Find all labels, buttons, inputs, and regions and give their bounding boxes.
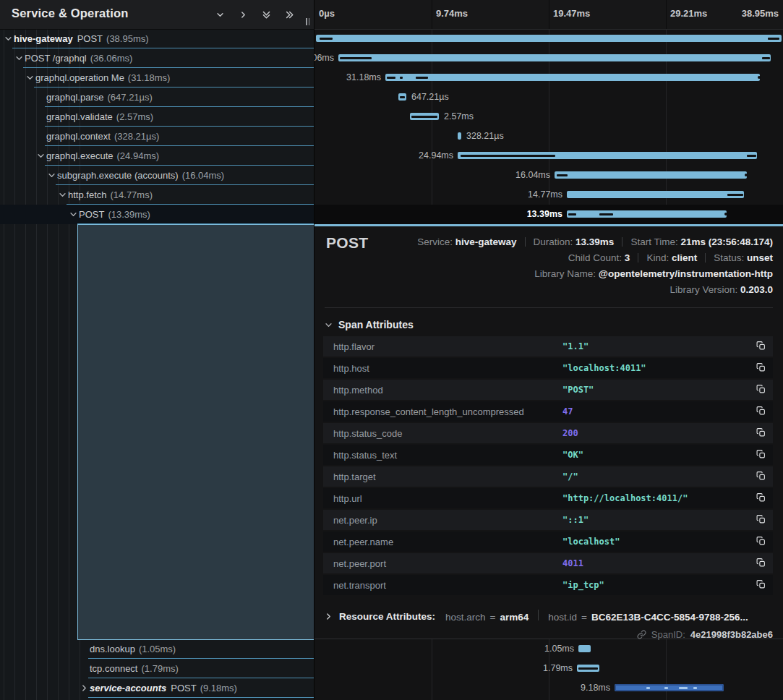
span-tree-panel: hive-gateway POST (38.95ms) POST /graphq… xyxy=(0,0,314,700)
copy-icon[interactable] xyxy=(756,384,766,394)
attribute-value: "1.1" xyxy=(562,341,589,351)
span-tree-row[interactable]: tcp.connect (1.79ms) xyxy=(0,659,314,678)
timeline-row[interactable]: 1.05ms xyxy=(315,639,783,659)
span-bar[interactable] xyxy=(567,191,744,198)
copy-icon[interactable] xyxy=(756,492,766,503)
timeline-row[interactable]: 13.39ms xyxy=(315,205,783,224)
row-separator xyxy=(88,697,314,698)
span-bar[interactable] xyxy=(338,54,771,61)
span-bar[interactable] xyxy=(458,152,757,159)
chevron-down-icon[interactable] xyxy=(4,35,12,43)
span-tree-row[interactable]: hive-gateway POST (38.95ms) xyxy=(0,29,314,48)
resource-attributes-row[interactable]: Resource Attributes: host.arch=arm64host… xyxy=(325,607,773,625)
overview-label: Service: xyxy=(417,236,453,247)
chevron-down-icon[interactable] xyxy=(59,191,67,199)
span-tree-row[interactable]: service-accounts POST (9.18ms) xyxy=(0,678,314,698)
copy-icon[interactable] xyxy=(756,471,766,481)
resource-value: BC62E13B-C4CC-5854-9788-256... xyxy=(591,612,748,623)
chevron-right-icon[interactable] xyxy=(80,684,88,692)
attribute-value: 4011 xyxy=(562,558,583,568)
copy-icon[interactable] xyxy=(756,362,766,372)
bar-duration-label: 2.57ms xyxy=(444,111,474,121)
timeline-row[interactable]: 31.18ms xyxy=(315,68,783,88)
timeline-row[interactable]: 16.04ms xyxy=(315,166,783,185)
span-bar[interactable] xyxy=(577,665,599,672)
copy-icon[interactable] xyxy=(756,427,766,438)
span-tree-row[interactable]: subgraph.execute (accounts) (16.04ms) xyxy=(0,166,314,185)
chevron-down-icon[interactable] xyxy=(48,171,56,179)
span-bar-alt-service[interactable] xyxy=(615,684,724,691)
span-tree-row[interactable]: graphql.execute (24.94ms) xyxy=(0,146,314,166)
overview-label: Start Time: xyxy=(630,236,677,247)
span-tree-row[interactable]: dns.lookup (1.05ms) xyxy=(0,639,314,659)
timeline-row[interactable]: 14.77ms xyxy=(315,185,783,205)
timeline-row[interactable] xyxy=(315,29,783,48)
attribute-value: "OK" xyxy=(562,450,583,460)
attribute-value: "localhost:4011" xyxy=(562,363,646,373)
copy-icon[interactable] xyxy=(756,406,766,416)
overview-value: 21ms (23:56:48.174) xyxy=(680,236,773,247)
chevron-right-icon[interactable] xyxy=(237,9,249,20)
chevron-down-icon[interactable] xyxy=(37,152,45,160)
span-bar[interactable] xyxy=(398,93,406,101)
overview-line: Child Count: 3Kind: clientStatus: unset xyxy=(417,250,773,266)
ruler-tick-label: 0µs xyxy=(319,8,335,19)
chevron-down-icon[interactable] xyxy=(15,54,23,62)
span-bar[interactable] xyxy=(410,113,439,120)
copy-icon[interactable] xyxy=(756,514,766,524)
duration-label: (36.06ms) xyxy=(90,53,133,64)
span-bar[interactable] xyxy=(385,74,760,81)
attribute-key: http.status_text xyxy=(333,450,397,461)
span-tree-row[interactable]: POST /graphql (36.06ms) xyxy=(0,48,314,68)
span-tree-row[interactable]: graphql.context (328.21µs) xyxy=(0,127,314,146)
ruler-tick-label: 9.74ms xyxy=(436,8,468,19)
bar-end-dot xyxy=(724,213,727,215)
copy-icon[interactable] xyxy=(756,449,766,459)
span-bar[interactable] xyxy=(316,35,782,42)
span-tree-row[interactable]: http.fetch (14.77ms) xyxy=(0,185,314,205)
timeline-row[interactable]: 36.06ms xyxy=(315,48,783,68)
span-tree-row[interactable]: POST (13.39ms) xyxy=(0,205,314,224)
operation-name: POST xyxy=(171,683,196,693)
timeline-row[interactable]: 24.94ms xyxy=(315,146,783,166)
attribute-value: "http://localhost:4011/" xyxy=(562,493,688,503)
attribute-key: http.flavor xyxy=(333,341,375,352)
copy-icon[interactable] xyxy=(756,341,766,351)
bar-duration-label: 24.94ms xyxy=(419,150,453,161)
copy-icon[interactable] xyxy=(756,558,766,568)
panel-resize-grip[interactable] xyxy=(306,18,309,25)
timeline-row[interactable]: 328.21µs xyxy=(315,127,783,146)
child-span-tick xyxy=(646,687,650,689)
attribute-key: http.method xyxy=(333,385,383,396)
operation-name: graphql.validate xyxy=(46,111,113,122)
span-tree-row[interactable]: graphql.operation Me (31.18ms) xyxy=(0,68,314,88)
overview-value: hive-gateway xyxy=(455,236,517,247)
link-icon[interactable] xyxy=(637,630,646,639)
span-tree-row[interactable]: graphql.parse (647.21µs) xyxy=(0,88,314,107)
timeline-row[interactable]: 647.21µs xyxy=(315,88,783,107)
overview-value: 0.203.0 xyxy=(740,284,773,295)
copy-icon[interactable] xyxy=(756,579,766,589)
timeline-row[interactable]: 9.18ms xyxy=(315,678,783,698)
bar-duration-label: 647.21µs xyxy=(411,92,449,102)
span-tree-row[interactable]: graphql.validate (2.57ms) xyxy=(0,107,314,127)
timeline-row[interactable]: 2.57ms xyxy=(315,107,783,127)
span-bar[interactable] xyxy=(567,210,727,218)
double-chevron-right-icon[interactable] xyxy=(283,9,295,20)
duration-label: (16.04ms) xyxy=(182,170,225,181)
ruler-tick-label: 29.21ms xyxy=(670,8,707,19)
timeline-row[interactable]: 1.79ms xyxy=(315,659,783,678)
bar-duration-label: 1.05ms xyxy=(544,644,574,654)
double-chevron-down-icon[interactable] xyxy=(260,9,272,20)
span-bar[interactable] xyxy=(578,645,591,652)
chevron-down-icon[interactable] xyxy=(214,9,226,20)
span-bar[interactable] xyxy=(555,171,747,179)
copy-icon[interactable] xyxy=(756,536,766,546)
chevron-down-icon[interactable] xyxy=(26,74,34,82)
duration-label: (647.21µs) xyxy=(108,92,153,103)
chevron-down-icon[interactable] xyxy=(69,210,77,218)
span-bar[interactable] xyxy=(458,132,461,140)
span-attributes-header[interactable]: Span Attributes xyxy=(325,319,414,330)
panel-divider[interactable] xyxy=(314,0,315,700)
attribute-key: net.transport xyxy=(333,580,386,591)
